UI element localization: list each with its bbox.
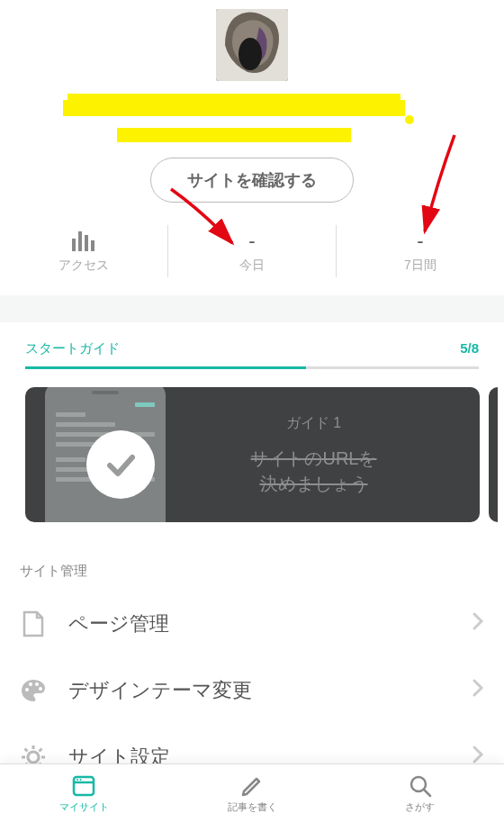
bar-chart-icon — [0, 229, 167, 254]
nav-label: さがす — [405, 800, 435, 814]
chevron-right-icon — [472, 611, 484, 637]
svg-point-9 — [39, 687, 42, 691]
progress-bar-fill — [25, 366, 306, 369]
svg-rect-4 — [85, 235, 88, 251]
svg-line-14 — [25, 749, 28, 752]
avatar-wrap — [0, 9, 504, 81]
guide-card-subtitle: ガイド 1 — [166, 414, 462, 433]
header-section: サイトを確認する アクセス - 今日 - 7日間 — [0, 0, 504, 295]
guide-card-title: サイトのURLを 決めましょう — [166, 446, 462, 496]
stat-today[interactable]: - 今日 — [167, 225, 336, 277]
start-guide-title: スタートガイド — [25, 340, 120, 357]
stat-label: アクセス — [0, 257, 167, 274]
guide-card-1[interactable]: ガイド 1 サイトのURLを 決めましょう — [25, 387, 480, 522]
start-guide-progress-text: 5/8 — [460, 340, 479, 356]
page-icon — [20, 610, 47, 637]
stat-value: - — [168, 229, 336, 254]
svg-line-23 — [424, 790, 430, 796]
menu-item-design-theme[interactable]: デザインテーマ変更 — [0, 657, 504, 724]
site-manage-section-title: サイト管理 — [0, 563, 504, 591]
stat-access[interactable]: アクセス — [0, 225, 167, 277]
stat-label: 今日 — [168, 257, 336, 274]
avatar[interactable] — [216, 9, 288, 81]
redacted-title-area — [63, 90, 441, 144]
svg-point-21 — [80, 779, 82, 781]
bottom-nav: マイサイト 記事を書く さがす — [0, 763, 504, 822]
svg-point-6 — [25, 688, 29, 691]
section-gap — [0, 295, 504, 322]
stat-seven-days[interactable]: - 7日間 — [336, 225, 504, 277]
start-guide-block: スタートガイド 5/8 ガイド 1 — [0, 322, 504, 545]
svg-point-20 — [76, 779, 78, 781]
search-icon — [408, 773, 433, 799]
checkmark-badge-icon — [86, 430, 155, 499]
guide-cards[interactable]: ガイド 1 サイトのURLを 決めましょう — [0, 387, 504, 522]
svg-point-1 — [238, 38, 262, 70]
nav-label: 記事を書く — [228, 800, 277, 814]
svg-line-17 — [40, 749, 42, 752]
nav-mysite[interactable]: マイサイト — [0, 764, 168, 822]
palette-icon — [20, 677, 47, 704]
progress-bar — [25, 366, 479, 369]
guide-card-next-peek[interactable] — [489, 387, 498, 522]
stat-value: - — [337, 229, 504, 254]
nav-label: マイサイト — [59, 800, 109, 814]
highlighter-redaction — [117, 128, 351, 142]
stats-row: アクセス - 今日 - 7日間 — [0, 225, 504, 277]
write-icon — [239, 773, 265, 799]
highlighter-redaction — [405, 115, 414, 124]
svg-point-8 — [35, 682, 39, 686]
view-site-button[interactable]: サイトを確認する — [150, 158, 354, 203]
menu-label: デザインテーマ変更 — [68, 677, 472, 704]
stat-label: 7日間 — [337, 257, 504, 274]
svg-rect-5 — [91, 240, 94, 251]
menu-label: ページ管理 — [68, 610, 472, 637]
chevron-right-icon — [472, 678, 484, 703]
menu-item-page-manage[interactable]: ページ管理 — [0, 591, 504, 657]
svg-rect-3 — [78, 231, 82, 251]
mysite-icon — [71, 773, 96, 799]
svg-point-7 — [29, 682, 32, 686]
highlighter-redaction — [63, 100, 405, 116]
svg-rect-2 — [72, 239, 76, 251]
nav-search[interactable]: さがす — [336, 764, 504, 822]
nav-write[interactable]: 記事を書く — [168, 764, 337, 822]
